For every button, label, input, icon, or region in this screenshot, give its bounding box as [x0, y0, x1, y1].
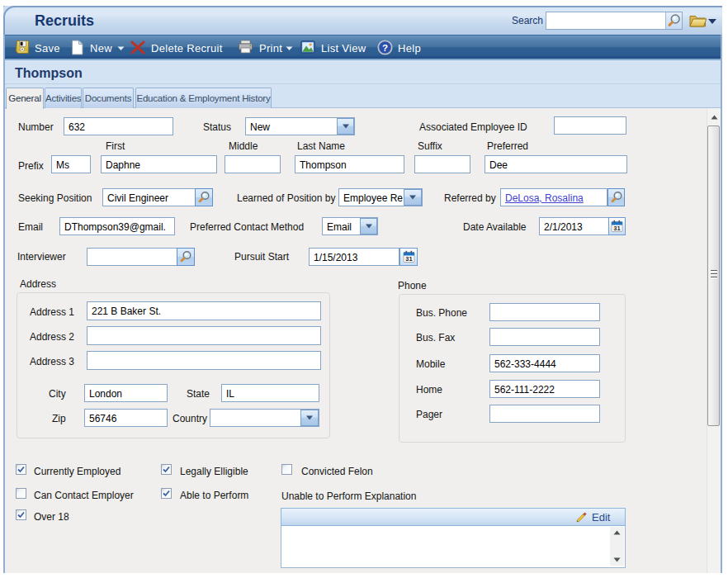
- svg-text:31: 31: [613, 225, 620, 232]
- svg-text:31: 31: [405, 255, 412, 263]
- svg-text:?: ?: [382, 43, 388, 53]
